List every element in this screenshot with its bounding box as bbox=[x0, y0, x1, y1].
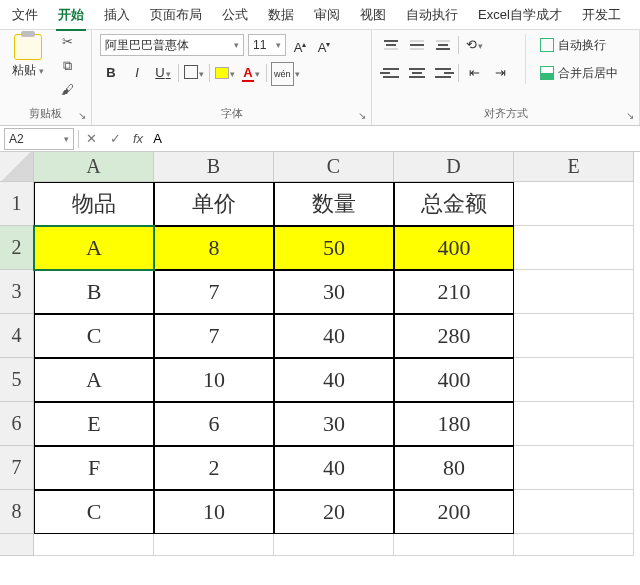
row-header-1[interactable]: 1 bbox=[0, 182, 34, 226]
cell-a4[interactable]: C bbox=[34, 314, 154, 358]
cell-a6[interactable]: E bbox=[34, 402, 154, 446]
row-header-8[interactable]: 8 bbox=[0, 490, 34, 534]
increase-font-button[interactable]: A▴ bbox=[290, 34, 310, 56]
decrease-font-button[interactable]: A▾ bbox=[314, 34, 334, 56]
row-header-5[interactable]: 5 bbox=[0, 358, 34, 402]
cell-d8[interactable]: 200 bbox=[394, 490, 514, 534]
tab-automate[interactable]: 自动执行 bbox=[396, 0, 468, 30]
cell-d1[interactable]: 总金额 bbox=[394, 182, 514, 226]
bold-button[interactable]: B bbox=[100, 62, 122, 84]
confirm-edit-button[interactable]: ✓ bbox=[103, 131, 127, 146]
col-header-d[interactable]: D bbox=[394, 152, 514, 182]
cancel-edit-button[interactable]: ✕ bbox=[79, 131, 103, 146]
alignment-launcher-icon[interactable]: ↘ bbox=[623, 109, 637, 123]
cell-e8[interactable] bbox=[514, 490, 634, 534]
cell-b3[interactable]: 7 bbox=[154, 270, 274, 314]
cell-c9[interactable] bbox=[274, 534, 394, 556]
cell-c3[interactable]: 30 bbox=[274, 270, 394, 314]
align-bottom-button[interactable] bbox=[432, 34, 454, 56]
cell-c5[interactable]: 40 bbox=[274, 358, 394, 402]
row-header-9[interactable] bbox=[0, 534, 34, 556]
wrap-text-button[interactable]: 自动换行 bbox=[540, 34, 618, 56]
cell-a1[interactable]: 物品 bbox=[34, 182, 154, 226]
cell-d4[interactable]: 280 bbox=[394, 314, 514, 358]
cell-a3[interactable]: B bbox=[34, 270, 154, 314]
align-center-button[interactable] bbox=[406, 62, 428, 84]
cell-c6[interactable]: 30 bbox=[274, 402, 394, 446]
align-left-button[interactable] bbox=[380, 62, 402, 84]
cell-a7[interactable]: F bbox=[34, 446, 154, 490]
select-all-corner[interactable] bbox=[0, 152, 34, 182]
tab-file[interactable]: 文件 bbox=[2, 0, 48, 30]
cell-b4[interactable]: 7 bbox=[154, 314, 274, 358]
clipboard-launcher-icon[interactable]: ↘ bbox=[75, 109, 89, 123]
row-header-6[interactable]: 6 bbox=[0, 402, 34, 446]
cell-d5[interactable]: 400 bbox=[394, 358, 514, 402]
fx-icon[interactable]: fx bbox=[127, 131, 149, 146]
tab-view[interactable]: 视图 bbox=[350, 0, 396, 30]
border-button[interactable]: ▾ bbox=[183, 62, 205, 84]
cell-d2[interactable]: 400 bbox=[394, 226, 514, 270]
fill-color-button[interactable]: ▾ bbox=[214, 62, 236, 84]
cell-a9[interactable] bbox=[34, 534, 154, 556]
cell-e5[interactable] bbox=[514, 358, 634, 402]
align-middle-button[interactable] bbox=[406, 34, 428, 56]
paste-button[interactable]: 粘贴 ▾ bbox=[12, 62, 44, 79]
cell-d7[interactable]: 80 bbox=[394, 446, 514, 490]
tab-insert[interactable]: 插入 bbox=[94, 0, 140, 30]
cut-button[interactable]: ✂ bbox=[56, 34, 78, 54]
tab-review[interactable]: 审阅 bbox=[304, 0, 350, 30]
cell-e2[interactable] bbox=[514, 226, 634, 270]
font-color-button[interactable]: A▾ bbox=[240, 62, 262, 84]
tab-custom-1[interactable]: Excel自学成才 bbox=[468, 0, 572, 30]
cell-a8[interactable]: C bbox=[34, 490, 154, 534]
row-header-2[interactable]: 2 bbox=[0, 226, 34, 270]
cell-e1[interactable] bbox=[514, 182, 634, 226]
col-header-e[interactable]: E bbox=[514, 152, 634, 182]
cell-e4[interactable] bbox=[514, 314, 634, 358]
cell-d3[interactable]: 210 bbox=[394, 270, 514, 314]
cell-b6[interactable]: 6 bbox=[154, 402, 274, 446]
paste-icon[interactable] bbox=[14, 34, 42, 60]
merge-center-button[interactable]: 合并后居中 bbox=[540, 62, 618, 84]
cell-b1[interactable]: 单价 bbox=[154, 182, 274, 226]
font-name-select[interactable]: 阿里巴巴普惠体▾ bbox=[100, 34, 244, 56]
cell-b9[interactable] bbox=[154, 534, 274, 556]
row-header-4[interactable]: 4 bbox=[0, 314, 34, 358]
cell-e3[interactable] bbox=[514, 270, 634, 314]
col-header-a[interactable]: A bbox=[34, 152, 154, 182]
row-header-7[interactable]: 7 bbox=[0, 446, 34, 490]
cell-a5[interactable]: A bbox=[34, 358, 154, 402]
cell-b2[interactable]: 8 bbox=[154, 226, 274, 270]
tab-page-layout[interactable]: 页面布局 bbox=[140, 0, 212, 30]
col-header-b[interactable]: B bbox=[154, 152, 274, 182]
cell-c7[interactable]: 40 bbox=[274, 446, 394, 490]
cell-c2[interactable]: 50 bbox=[274, 226, 394, 270]
align-top-button[interactable] bbox=[380, 34, 402, 56]
row-header-3[interactable]: 3 bbox=[0, 270, 34, 314]
align-right-button[interactable] bbox=[432, 62, 454, 84]
cell-b5[interactable]: 10 bbox=[154, 358, 274, 402]
phonetic-button[interactable]: wén▾ bbox=[271, 62, 300, 84]
increase-indent-button[interactable]: ⇥ bbox=[489, 62, 511, 84]
cell-e6[interactable] bbox=[514, 402, 634, 446]
format-painter-button[interactable]: 🖌 bbox=[56, 82, 78, 102]
decrease-indent-button[interactable]: ⇤ bbox=[463, 62, 485, 84]
formula-input[interactable] bbox=[149, 128, 640, 150]
col-header-c[interactable]: C bbox=[274, 152, 394, 182]
font-launcher-icon[interactable]: ↘ bbox=[355, 109, 369, 123]
font-size-select[interactable]: 11▾ bbox=[248, 34, 286, 56]
cell-d6[interactable]: 180 bbox=[394, 402, 514, 446]
tab-developer[interactable]: 开发工 bbox=[572, 0, 631, 30]
cell-c1[interactable]: 数量 bbox=[274, 182, 394, 226]
cell-e7[interactable] bbox=[514, 446, 634, 490]
name-box[interactable]: A2▾ bbox=[4, 128, 74, 150]
cell-d9[interactable] bbox=[394, 534, 514, 556]
tab-home[interactable]: 开始 bbox=[48, 0, 94, 30]
copy-button[interactable]: ⧉ bbox=[56, 58, 78, 78]
cell-c8[interactable]: 20 bbox=[274, 490, 394, 534]
cell-b7[interactable]: 2 bbox=[154, 446, 274, 490]
tab-data[interactable]: 数据 bbox=[258, 0, 304, 30]
cell-a2[interactable]: A bbox=[34, 226, 154, 270]
italic-button[interactable]: I bbox=[126, 62, 148, 84]
